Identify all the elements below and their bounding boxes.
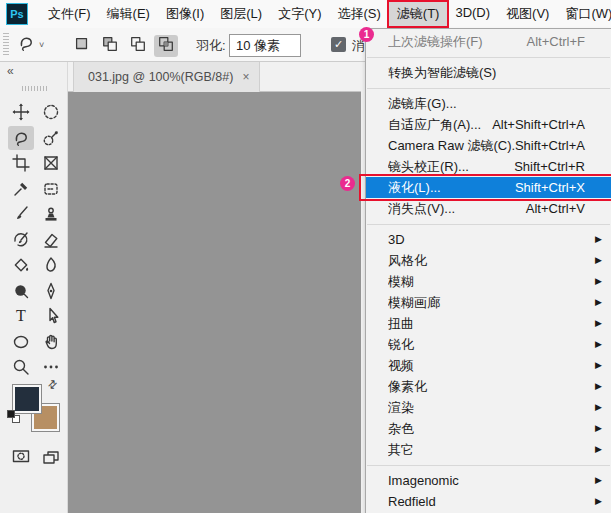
filter-menu-item-20[interactable]: 渲染▶ bbox=[366, 397, 611, 418]
screen-mode-button[interactable] bbox=[38, 444, 64, 468]
eyedropper-tool[interactable] bbox=[8, 177, 34, 201]
smudge-icon bbox=[41, 255, 61, 275]
filter-menu-item-24[interactable]: Imagenomic▶ bbox=[366, 470, 611, 491]
menubar-item-label: 编辑(E) bbox=[107, 6, 150, 21]
document-tab-title: 031.jpg @ 100%(RGB/8#) bbox=[88, 70, 233, 84]
crop-tool[interactable] bbox=[8, 151, 34, 175]
zoom-icon bbox=[11, 357, 31, 377]
collapse-panel-button[interactable]: « bbox=[7, 64, 14, 78]
filter-menu-item-3[interactable]: 转换为智能滤镜(S) bbox=[366, 62, 611, 83]
add-to-selection-button[interactable] bbox=[98, 35, 122, 57]
menu-item-label: 风格化 bbox=[388, 250, 585, 271]
menu-item-shortcut: Alt+Shift+Ctrl+A bbox=[492, 114, 585, 135]
eraser-tool[interactable] bbox=[38, 228, 64, 252]
filter-menu-item-7[interactable]: Camera Raw 滤镜(C)...Shift+Ctrl+A bbox=[366, 135, 611, 156]
dodge-tool[interactable] bbox=[8, 279, 34, 303]
subtract-from-selection-button[interactable] bbox=[126, 35, 150, 57]
default-colors-icon[interactable] bbox=[7, 410, 21, 424]
step-1-badge: 1 bbox=[359, 27, 374, 42]
menu-item-label: 其它 bbox=[388, 439, 585, 460]
submenu-arrow-icon: ▶ bbox=[595, 418, 602, 439]
menu-item-shortcut: Alt+Ctrl+F bbox=[526, 31, 585, 52]
swap-colors-icon[interactable]: ⇄ bbox=[45, 377, 61, 393]
menubar-item-7[interactable]: 滤镜(T) bbox=[389, 1, 448, 27]
antialias-checkbox[interactable]: ✓ bbox=[331, 37, 346, 52]
menu-bar: Ps 文件(F)编辑(E)图像(I)图层(L)文字(Y)选择(S)滤镜(T)3D… bbox=[0, 0, 611, 28]
document-tab[interactable]: 031.jpg @ 100%(RGB/8#) × bbox=[73, 62, 260, 92]
new-selection-button[interactable] bbox=[70, 35, 94, 57]
crop-icon bbox=[11, 153, 31, 173]
elliptical-marquee-tool[interactable] bbox=[38, 100, 64, 124]
submenu-arrow-icon: ▶ bbox=[595, 334, 602, 355]
intersect-selection-button[interactable] bbox=[154, 35, 178, 57]
history-brush-tool[interactable] bbox=[8, 228, 34, 252]
filter-menu-item-9[interactable]: 液化(L)...Shift+Ctrl+X bbox=[366, 177, 611, 198]
quick-selection-tool[interactable] bbox=[38, 126, 64, 150]
menubar-item-6[interactable]: 选择(S) bbox=[329, 1, 388, 27]
menubar-item-5[interactable]: 文字(Y) bbox=[270, 1, 329, 27]
clone-stamp-icon bbox=[41, 204, 61, 224]
filter-menu-item-16[interactable]: 扭曲▶ bbox=[366, 313, 611, 334]
menubar-item-3[interactable]: 图像(I) bbox=[158, 1, 212, 27]
menu-separator bbox=[367, 57, 610, 58]
paint-bucket-tool[interactable] bbox=[8, 253, 34, 277]
options-bar-grip[interactable] bbox=[3, 33, 9, 57]
path-selection-icon bbox=[41, 306, 61, 326]
tool-preset-picker[interactable]: ˅ bbox=[16, 31, 58, 59]
patch-tool[interactable] bbox=[38, 177, 64, 201]
brush-tool[interactable] bbox=[8, 202, 34, 226]
filter-menu-item-15[interactable]: 模糊画廊▶ bbox=[366, 292, 611, 313]
filter-menu-item-5[interactable]: 滤镜库(G)... bbox=[366, 93, 611, 114]
menu-item-label: 转换为智能滤镜(S) bbox=[388, 62, 585, 83]
canvas[interactable] bbox=[68, 92, 361, 513]
filter-menu-item-10[interactable]: 消失点(V)...Alt+Ctrl+V bbox=[366, 198, 611, 219]
menu-item-label: 液化(L)... bbox=[388, 177, 515, 198]
frame-tool[interactable] bbox=[38, 151, 64, 175]
menubar-item-10[interactable]: 窗口(W) bbox=[557, 1, 611, 27]
menubar-item-2[interactable]: 编辑(E) bbox=[99, 1, 158, 27]
foreground-color-swatch[interactable] bbox=[13, 385, 41, 413]
feather-input[interactable] bbox=[229, 34, 301, 57]
menubar-item-4[interactable]: 图层(L) bbox=[212, 1, 270, 27]
filter-menu-item-22[interactable]: 其它▶ bbox=[366, 439, 611, 460]
menu-item-label: 模糊画廊 bbox=[388, 292, 585, 313]
tools-panel-grip[interactable] bbox=[22, 86, 48, 91]
menubar-item-9[interactable]: 视图(V) bbox=[498, 1, 557, 27]
pen-icon bbox=[41, 281, 61, 301]
menu-separator bbox=[367, 88, 610, 89]
menu-item-label: Camera Raw 滤镜(C)... bbox=[388, 135, 515, 156]
filter-menu-item-6[interactable]: 自适应广角(A)...Alt+Shift+Ctrl+A bbox=[366, 114, 611, 135]
lasso-tool[interactable] bbox=[8, 126, 34, 150]
pen-tool[interactable] bbox=[38, 279, 64, 303]
shape-ellipse-tool[interactable] bbox=[8, 330, 34, 354]
canvas-watermark bbox=[132, 137, 345, 286]
path-selection-tool[interactable] bbox=[38, 304, 64, 328]
filter-menu-item-13[interactable]: 风格化▶ bbox=[366, 250, 611, 271]
type-tool[interactable]: T bbox=[8, 304, 34, 328]
filter-menu-item-19[interactable]: 像素化▶ bbox=[366, 376, 611, 397]
menu-item-label: 滤镜库(G)... bbox=[388, 93, 585, 114]
filter-menu-item-17[interactable]: 锐化▶ bbox=[366, 334, 611, 355]
close-tab-icon[interactable]: × bbox=[242, 70, 249, 84]
menubar-item-label: 视图(V) bbox=[506, 6, 549, 21]
hand-tool[interactable] bbox=[38, 330, 64, 354]
menu-item-label: 消失点(V)... bbox=[388, 198, 526, 219]
smudge-tool[interactable] bbox=[38, 253, 64, 277]
filter-menu-item-8[interactable]: 镜头校正(R)...Shift+Ctrl+R bbox=[366, 156, 611, 177]
filter-menu-item-14[interactable]: 模糊▶ bbox=[366, 271, 611, 292]
patch-icon bbox=[41, 179, 61, 199]
zoom-tool[interactable] bbox=[8, 355, 34, 379]
menubar-item-label: 窗口(W) bbox=[565, 6, 611, 21]
quick-mask-button[interactable] bbox=[8, 444, 34, 468]
menubar-item-label: 图像(I) bbox=[166, 6, 204, 21]
filter-menu-item-21[interactable]: 杂色▶ bbox=[366, 418, 611, 439]
chevron-down-icon: ˅ bbox=[39, 40, 44, 50]
menubar-item-8[interactable]: 3D(D) bbox=[447, 1, 498, 27]
clone-stamp-tool[interactable] bbox=[38, 202, 64, 226]
filter-menu-item-18[interactable]: 视频▶ bbox=[366, 355, 611, 376]
move-tool[interactable] bbox=[8, 100, 34, 124]
filter-menu-item-12[interactable]: 3D▶ bbox=[366, 229, 611, 250]
submenu-arrow-icon: ▶ bbox=[595, 292, 602, 313]
menubar-item-1[interactable]: 文件(F) bbox=[40, 1, 99, 27]
filter-menu-item-25[interactable]: Redfield▶ bbox=[366, 491, 611, 512]
